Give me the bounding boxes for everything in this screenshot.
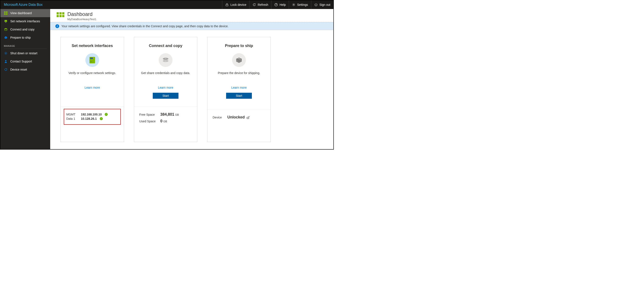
sidebar-item-label: Connect and copy: [10, 28, 34, 31]
card-copy-title: Connect and copy: [149, 44, 182, 48]
svg-rect-19: [90, 58, 93, 59]
sidebar-item-label: Set network interfaces: [10, 20, 40, 23]
card-copy-desc: Get share credentials and copy data.: [141, 71, 190, 75]
sidebar-item-label: Device reset: [10, 68, 27, 71]
free-space-value: 384,801: [160, 112, 174, 116]
sidebar-item-prepare-ship[interactable]: Prepare to ship: [0, 34, 50, 42]
svg-rect-4: [6, 11, 8, 13]
info-banner: i Your network settings are configured. …: [50, 22, 333, 30]
svg-point-9: [4, 28, 7, 30]
sidebar-item-reset[interactable]: Device reset: [0, 66, 50, 74]
shutdown-icon: [4, 51, 8, 55]
svg-rect-27: [247, 117, 249, 119]
svg-point-2: [293, 4, 294, 5]
page-header: Dashboard MyDataBoxHeavyTest1: [50, 9, 333, 22]
page-subtitle: MyDataBoxHeavyTest1: [67, 18, 96, 21]
help-button[interactable]: Help: [271, 0, 289, 9]
svg-point-21: [90, 62, 91, 62]
device-status-value: Unlocked: [228, 115, 245, 120]
info-text: Your network settings are configured. Vi…: [61, 24, 228, 28]
network-row-data1: Data 1 10.128.26.1: [66, 117, 118, 120]
refresh-button[interactable]: Refresh: [249, 0, 271, 9]
card-network-desc: Verify or configure network settings.: [68, 71, 116, 75]
server-icon: [86, 53, 99, 67]
package-icon: [232, 53, 246, 67]
sidebar-item-label: Prepare to ship: [10, 36, 31, 39]
page-title: Dashboard: [67, 11, 96, 17]
sidebar-item-label: View dashboard: [10, 11, 32, 15]
svg-rect-14: [62, 12, 64, 14]
refresh-icon: [252, 3, 256, 6]
app-title: Microsoft Azure Data Box: [0, 0, 46, 9]
dashboard-icon: [4, 11, 8, 15]
free-space-label: Free Space: [139, 113, 156, 116]
lock-icon: [225, 3, 229, 6]
power-icon: [314, 3, 318, 6]
help-icon: [274, 3, 278, 6]
unlock-icon: [246, 116, 250, 119]
sidebar-item-connect-copy[interactable]: Connect and copy: [0, 25, 50, 34]
sidebar-item-label: Shut down or restart: [10, 52, 37, 55]
card-network-title: Set network interfaces: [72, 44, 113, 48]
sidebar-item-dashboard[interactable]: View dashboard: [0, 9, 50, 17]
svg-point-24: [165, 58, 166, 59]
used-space-value: 0: [160, 119, 162, 123]
used-space-label: Used Space: [139, 120, 156, 123]
sidebar-section-manage: MANAGE: [0, 42, 50, 48]
sidebar-item-network[interactable]: Set network interfaces: [0, 17, 50, 25]
dashboard-header-icon: [57, 12, 64, 20]
status-ok-icon: [100, 117, 103, 120]
card-ship-title: Prepare to ship: [225, 44, 253, 48]
svg-rect-5: [4, 13, 6, 15]
card-ship-desc: Prepare the device for shipping.: [218, 71, 260, 75]
card-copy-start-button[interactable]: Start: [153, 93, 178, 99]
card-ship-learn-link[interactable]: Learn more: [231, 86, 247, 89]
svg-rect-8: [5, 22, 6, 23]
network-address-highlight: MGMT 192.168.100.10 Data 1 10.128.26.1: [64, 109, 121, 125]
support-icon: [4, 60, 8, 63]
card-copy-stats: Free Space 384,801GB Used Space 0GB: [134, 107, 197, 129]
svg-rect-0: [226, 4, 228, 6]
device-status-row: Device Unlocked: [208, 110, 270, 125]
svg-rect-7: [4, 20, 7, 22]
svg-rect-13: [60, 12, 62, 14]
gear-icon: [292, 3, 296, 6]
svg-rect-15: [57, 15, 59, 17]
card-prepare-ship: Prepare to ship Prepare the device for s…: [207, 37, 271, 142]
card-connect-copy: Connect and copy Get share credentials a…: [134, 37, 197, 142]
svg-rect-16: [60, 15, 62, 17]
device-label: Device: [212, 116, 222, 119]
svg-point-26: [165, 61, 166, 62]
sign-out-button[interactable]: Sign out: [311, 0, 333, 9]
sidebar-item-label: Contact Support: [10, 60, 32, 63]
card-copy-learn-link[interactable]: Learn more: [158, 86, 173, 89]
svg-point-10: [5, 53, 6, 54]
connect-icon: [4, 28, 8, 31]
reset-icon: [4, 68, 8, 72]
svg-rect-12: [57, 12, 59, 14]
svg-point-11: [5, 60, 6, 62]
svg-point-22: [92, 62, 92, 62]
lock-device-button[interactable]: Lock device: [222, 0, 249, 9]
top-bar: Microsoft Azure Data Box Lock device Ref…: [0, 0, 333, 9]
disk-icon: [159, 53, 172, 67]
main-content: Dashboard MyDataBoxHeavyTest1 i Your net…: [50, 9, 333, 149]
sidebar-item-shutdown[interactable]: Shut down or restart: [0, 49, 50, 57]
card-network: Set network interfaces Verify or configu…: [60, 37, 124, 142]
network-row-mgmt: MGMT 192.168.100.10: [66, 113, 118, 116]
info-icon: i: [55, 24, 59, 28]
svg-rect-20: [93, 58, 94, 58]
card-network-learn-link[interactable]: Learn more: [84, 86, 100, 89]
sidebar: View dashboard Set network interfaces Co…: [0, 9, 50, 149]
sidebar-item-support[interactable]: Contact Support: [0, 57, 50, 66]
network-icon: [4, 19, 8, 23]
svg-rect-6: [6, 13, 8, 15]
svg-rect-3: [4, 11, 6, 13]
ship-icon: [4, 36, 8, 40]
settings-button[interactable]: Settings: [289, 0, 311, 9]
card-ship-start-button[interactable]: Start: [226, 93, 252, 99]
svg-rect-17: [62, 15, 64, 17]
status-ok-icon: [105, 113, 108, 116]
